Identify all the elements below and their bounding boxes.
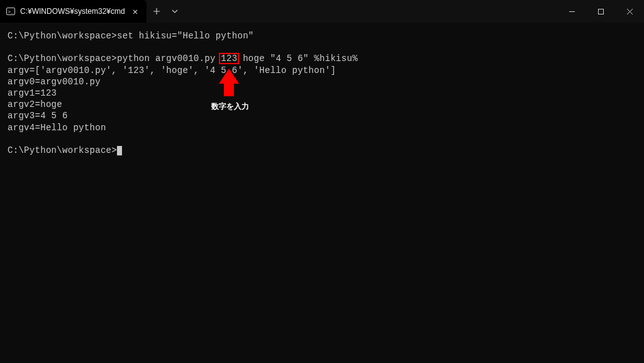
terminal-line: argv4=Hello python — [8, 123, 106, 133]
arrow-annotation-icon — [219, 69, 239, 96]
tab-dropdown-button[interactable] — [167, 0, 183, 23]
close-button[interactable] — [615, 0, 644, 23]
terminal-line: C:\Python\workspace>set hikisu="Hello py… — [8, 31, 254, 41]
minimize-button[interactable] — [557, 0, 586, 23]
svg-rect-0 — [598, 9, 603, 14]
new-tab-button[interactable] — [147, 0, 167, 23]
terminal-line: argv3=4 5 6 — [8, 111, 68, 121]
maximize-button[interactable] — [586, 0, 615, 23]
titlebar: >_ C:¥WINDOWS¥system32¥cmd ✕ — [0, 0, 644, 23]
terminal-line: argv2=hoge — [8, 99, 62, 109]
terminal-line: C:\Python\workspace>python argv0010.py 1… — [8, 53, 358, 64]
terminal-line: argv1=123 — [8, 88, 57, 98]
cursor — [117, 146, 122, 155]
terminal-line: argv0=argv0010.py — [8, 77, 101, 87]
tab-cmd[interactable]: >_ C:¥WINDOWS¥system32¥cmd ✕ — [0, 0, 147, 23]
tab-title: C:¥WINDOWS¥system32¥cmd — [20, 7, 125, 16]
terminal-output[interactable]: C:\Python\workspace>set hikisu="Hello py… — [0, 23, 644, 164]
cmd-icon: >_ — [6, 8, 15, 15]
terminal-prompt: C:\Python\workspace> — [8, 145, 122, 155]
tab-close-icon[interactable]: ✕ — [130, 5, 140, 18]
annotation-label: 数字を入力 — [211, 101, 249, 112]
titlebar-drag-area[interactable] — [183, 0, 557, 23]
window-controls — [557, 0, 644, 23]
terminal-line: argv=['argv0010.py', '123', 'hoge', '4 5… — [8, 65, 336, 75]
